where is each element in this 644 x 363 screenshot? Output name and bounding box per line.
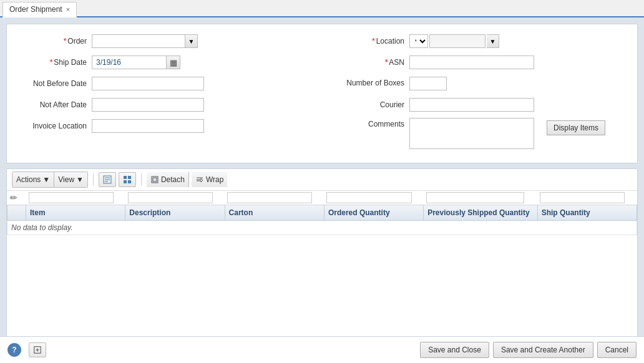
help-button[interactable]: ? [7,343,21,357]
courier-label: Courier [334,100,409,109]
table-toolbar: Actions ▼ View ▼ [7,169,637,191]
item-filter-cell [26,191,125,205]
ship-qty-col-th: Ship Quantity [537,205,637,221]
grid-icon [123,175,132,184]
order-required: * [64,37,67,46]
ship-qty-filter-cell [537,191,637,205]
column-header-row: Item Description Carton Ordered Quantity… [7,205,637,221]
ordered-qty-filter-input[interactable] [326,192,411,203]
invoice-location-input[interactable] [92,119,204,133]
tab-close-icon[interactable]: × [66,6,70,13]
asn-label: *ASN [334,58,409,67]
ship-date-required: * [50,58,53,67]
not-before-date-input[interactable] [92,77,204,90]
cancel-button[interactable]: Cancel [597,342,637,358]
description-col-th: Description [125,205,225,221]
table-scroll: ✏ [7,191,637,356]
order-dropdown[interactable]: ▼ [92,34,198,48]
asn-input[interactable] [409,56,534,69]
display-items-button[interactable]: Display Items [547,120,605,135]
save-close-button[interactable]: Save and Close [420,342,489,358]
calendar-icon[interactable]: ▦ [167,56,180,69]
courier-row: Courier [334,97,627,113]
no-data-row: No data to display. [7,221,637,235]
edit-col-header: ✏ [7,191,26,205]
location-dropdown-btn[interactable]: ▼ [487,34,499,48]
order-dropdown-btn[interactable]: ▼ [185,34,198,48]
num-boxes-row: Number of Boxes [334,75,627,92]
detach-icon [150,175,159,184]
description-filter-cell [125,191,225,205]
filter-row: ✏ [7,191,637,205]
ship-date-row: *Ship Date ▦ [17,54,310,70]
asn-row: *ASN [334,54,627,70]
detach-button[interactable]: Detach [147,172,189,187]
view-button[interactable]: View ▼ [54,172,87,187]
order-input[interactable] [92,34,185,48]
edit-icon [103,175,112,184]
order-row: *Order ▼ [17,33,310,49]
not-after-date-input[interactable] [92,98,204,112]
table-body: No data to display. [7,221,637,235]
table-panel: Actions ▼ View ▼ [6,168,638,357]
export-button[interactable] [29,342,46,357]
asn-required: * [385,58,388,67]
ship-date-combo[interactable]: ▦ [92,56,180,69]
svg-rect-9 [153,178,157,182]
courier-input[interactable] [409,98,534,112]
export-icon [33,345,42,355]
svg-rect-7 [128,180,131,183]
svg-rect-5 [128,176,131,179]
svg-rect-4 [124,176,127,179]
ordered-qty-col-th: Ordered Quantity [324,205,423,221]
wrap-button[interactable]: Wrap [192,172,227,187]
carton-filter-cell [225,191,324,205]
order-label: *Order [17,37,92,46]
left-column: *Order ▼ *Ship Date ▦ [17,33,310,154]
location-input[interactable] [429,34,485,48]
tab-bar: Order Shipment × [0,0,644,17]
invoice-location-row: Invoice Location [17,118,310,134]
order-shipment-tab[interactable]: Order Shipment × [2,2,77,17]
not-before-date-row: Not Before Date [17,75,310,92]
data-table: ✏ [7,191,637,235]
wrap-icon [195,175,204,184]
ship-date-label: *Ship Date [17,58,92,67]
prev-shipped-filter-input[interactable] [426,192,524,203]
save-create-another-button[interactable]: Save and Create Another [493,342,593,358]
no-data-cell: No data to display. [7,221,637,235]
edit-col-th [7,205,26,221]
ship-qty-filter-input[interactable] [540,192,625,203]
footer-help: ? [7,342,46,357]
comments-label: Comments [334,118,409,128]
pencil-icon: ✏ [10,193,17,203]
tab-label: Order Shipment [9,5,62,14]
not-after-date-label: Not After Date [17,100,92,109]
location-label: *Location [334,37,409,46]
actions-chevron-icon: ▼ [42,175,50,184]
grid-view-button[interactable] [119,172,136,187]
footer: ? Save and Close Save and Create Another… [0,336,644,363]
toolbar-separator-2 [141,173,142,186]
edit-in-place-button[interactable] [99,172,116,187]
ordered-qty-filter-cell [324,191,423,205]
description-filter-input[interactable] [128,192,213,203]
invoice-location-label: Invoice Location [17,122,92,130]
actions-view-group: Actions ▼ View ▼ [12,172,88,188]
prev-shipped-filter-cell [424,191,537,205]
form-grid: *Order ▼ *Ship Date ▦ [17,33,627,154]
location-combo[interactable]: ▼ ▼ [409,34,499,48]
item-filter-input[interactable] [29,192,114,203]
num-boxes-input[interactable] [409,77,447,90]
right-column: *Location ▼ ▼ *ASN [334,33,627,154]
comments-input[interactable] [409,118,534,149]
toolbar-separator-1 [93,173,94,186]
svg-rect-6 [124,180,127,183]
item-col-th: Item [26,205,125,221]
main-content: *Order ▼ *Ship Date ▦ [0,17,644,363]
not-before-date-label: Not Before Date [17,79,92,88]
carton-filter-input[interactable] [227,192,312,203]
location-select[interactable]: ▼ [409,34,428,48]
ship-date-input[interactable] [92,56,167,69]
actions-button[interactable]: Actions ▼ [12,172,54,187]
